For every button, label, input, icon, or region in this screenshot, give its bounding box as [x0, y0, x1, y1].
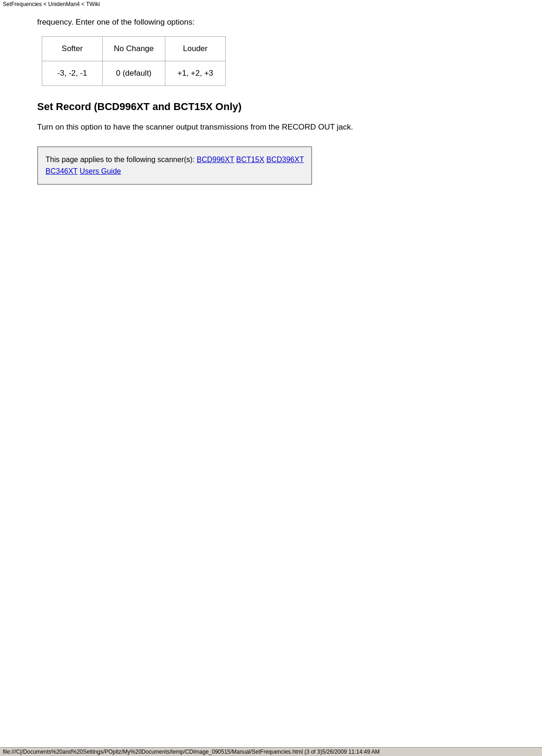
status-bar-text: file:///C|/Documents%20and%20Settings/PO…	[3, 749, 380, 755]
link-users-guide[interactable]: Users Guide	[80, 167, 121, 175]
link-bct15x[interactable]: BCT15X	[236, 156, 264, 163]
main-content: frequency. Enter one of the following op…	[0, 8, 542, 203]
intro-text: frequency. Enter one of the following op…	[37, 18, 505, 27]
header-softer: Softer	[42, 37, 103, 61]
title-bar-text: SetFrequencies < UnidenMan4 < TWiki	[3, 1, 100, 7]
set-record-desc: Turn on this option to have the scanner …	[37, 121, 505, 133]
cell-louder-values: +1, +2, +3	[165, 61, 226, 86]
info-box: This page applies to the following scann…	[37, 146, 312, 185]
cell-softer-values: -3, -2, -1	[42, 61, 103, 86]
info-box-prefix: This page applies to the following scann…	[46, 156, 197, 163]
header-louder: Louder	[165, 37, 226, 61]
table-data-row: -3, -2, -1 0 (default) +1, +2, +3	[42, 61, 226, 86]
frequency-table: Softer No Change Louder -3, -2, -1 0 (de…	[42, 36, 226, 86]
table-header-row: Softer No Change Louder	[42, 37, 226, 61]
link-bcd996xt[interactable]: BCD996XT	[197, 156, 235, 163]
link-bc346xt[interactable]: BC346XT	[46, 167, 78, 175]
link-bcd396xt[interactable]: BCD396XT	[267, 156, 304, 163]
status-bar: file:///C|/Documents%20and%20Settings/PO…	[0, 747, 542, 756]
title-bar: SetFrequencies < UnidenMan4 < TWiki	[0, 0, 542, 8]
cell-default-value: 0 (default)	[103, 61, 165, 86]
header-no-change: No Change	[103, 37, 165, 61]
set-record-heading: Set Record (BCD996XT and BCT15X Only)	[37, 101, 505, 113]
